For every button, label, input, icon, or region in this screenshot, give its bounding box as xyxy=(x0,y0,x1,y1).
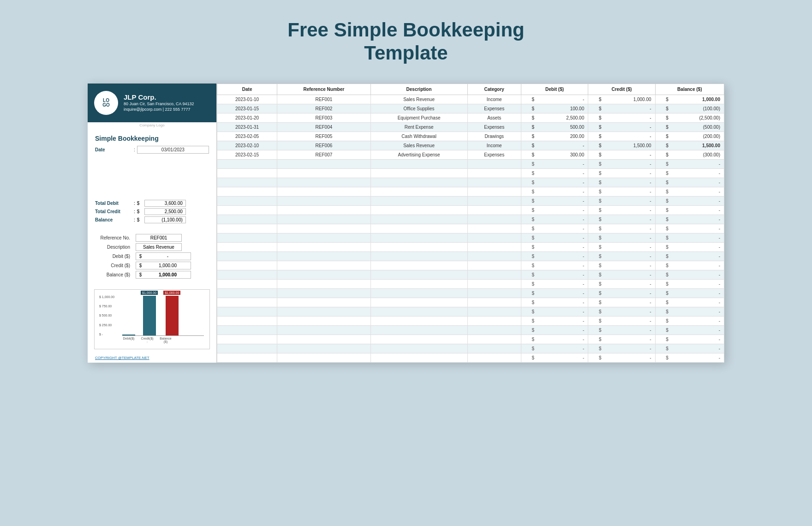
empty-desc xyxy=(370,178,467,187)
cell-balance: 1,500.00 xyxy=(669,141,724,150)
empty-debit-dollar: $ xyxy=(521,279,535,288)
date-label: Date xyxy=(95,147,132,152)
ref-row: Reference No. REF001 xyxy=(95,234,209,242)
cell-debit-dollar: $ xyxy=(521,122,535,132)
empty-balance: - xyxy=(669,168,724,178)
empty-balance-dollar: $ xyxy=(655,298,669,307)
x-label-debit: Debit($) xyxy=(122,337,135,343)
document-container: LO GO JLP Corp. 80 Juan Cir, San Francis… xyxy=(88,84,724,363)
credit-label: Credit ($) xyxy=(95,263,132,268)
empty-date xyxy=(217,242,277,251)
empty-cat xyxy=(467,168,521,178)
empty-cat xyxy=(467,224,521,233)
empty-cat xyxy=(467,215,521,224)
cell-cat: Income xyxy=(467,95,521,104)
cell-credit: - xyxy=(602,150,655,159)
empty-ref xyxy=(277,325,370,335)
empty-debit: - xyxy=(535,344,588,353)
empty-ref xyxy=(277,279,370,288)
balance-value[interactable]: (1,100.00) xyxy=(144,216,186,223)
date-field-row: Date : 03/01/2023 xyxy=(95,146,209,154)
empty-credit-dollar: $ xyxy=(588,242,603,251)
total-credit-row: Total Credit : $ 2,500.00 xyxy=(95,208,209,215)
empty-balance-dollar: $ xyxy=(655,196,669,205)
empty-credit: - xyxy=(602,205,655,215)
credit-dollar: $ xyxy=(136,262,145,269)
empty-balance-dollar: $ xyxy=(655,159,669,168)
empty-ref xyxy=(277,261,370,270)
empty-credit-dollar: $ xyxy=(588,270,603,279)
empty-credit: - xyxy=(602,187,655,196)
chart-section: $ 1,000.00 $ 750.00 $ 500.00 $ 250.00 $ … xyxy=(88,286,216,354)
cell-balance-dollar: $ xyxy=(655,141,669,150)
cell-ref: REF002 xyxy=(277,104,370,113)
empty-debit: - xyxy=(535,307,588,316)
empty-ref xyxy=(277,233,370,242)
cell-debit-dollar: $ xyxy=(521,95,535,104)
balance2-row: Balance ($) $ 1,000.00 xyxy=(95,271,209,279)
total-credit-value[interactable]: 2,500.00 xyxy=(144,208,186,215)
balance2-value[interactable]: 1,000.00 xyxy=(145,271,191,279)
empty-credit: - xyxy=(602,279,655,288)
cell-credit: 1,500.00 xyxy=(602,141,655,150)
empty-desc xyxy=(370,205,467,215)
date-value[interactable]: 03/01/2023 xyxy=(137,146,209,154)
empty-cat xyxy=(467,288,521,298)
empty-credit-dollar: $ xyxy=(588,187,603,196)
debit-value[interactable]: - xyxy=(145,252,191,260)
info-section: Simple Bookkeeping Date : 03/01/2023 xyxy=(88,129,216,196)
cell-cat: Expenses xyxy=(467,122,521,132)
empty-credit-dollar: $ xyxy=(588,298,603,307)
empty-credit-dollar: $ xyxy=(588,325,603,335)
empty-cat xyxy=(467,298,521,307)
empty-balance: - xyxy=(669,353,724,362)
empty-credit: - xyxy=(602,233,655,242)
company-info: JLP Corp. 80 Juan Cir, San Francisco, CA… xyxy=(124,93,194,113)
cell-credit-dollar: $ xyxy=(588,113,603,122)
x-label-balance: Balance ($) xyxy=(159,337,172,343)
empty-balance-dollar: $ xyxy=(655,307,669,316)
total-debit-value[interactable]: 3,600.00 xyxy=(144,200,186,207)
empty-debit: - xyxy=(535,353,588,362)
company-header: LO GO JLP Corp. 80 Juan Cir, San Francis… xyxy=(88,84,216,122)
cell-balance: 1,000.00 xyxy=(669,95,724,104)
empty-date xyxy=(217,307,277,316)
company-contact: inquire@jlpcorp.com | 222 555 7777 xyxy=(124,107,194,113)
cell-credit: - xyxy=(602,122,655,132)
empty-credit-dollar: $ xyxy=(588,224,603,233)
balance2-dollar: $ xyxy=(136,271,145,279)
table-header-row: Date Reference Number Description Catego… xyxy=(217,84,724,95)
empty-credit-dollar: $ xyxy=(588,215,603,224)
credit-value[interactable]: 1,000.00 xyxy=(145,262,191,269)
empty-balance-dollar: $ xyxy=(655,270,669,279)
cell-date: 2023-02-10 xyxy=(217,141,277,150)
empty-date xyxy=(217,205,277,215)
cell-credit: - xyxy=(602,113,655,122)
empty-debit: - xyxy=(535,270,588,279)
section-title: Simple Bookkeeping xyxy=(95,135,209,142)
table-row-empty: $ - $ - $ - xyxy=(217,205,724,215)
empty-credit: - xyxy=(602,270,655,279)
empty-ref xyxy=(277,288,370,298)
empty-cat xyxy=(467,178,521,187)
ref-value[interactable]: REF001 xyxy=(136,234,182,242)
empty-debit-dollar: $ xyxy=(521,288,535,298)
description-value[interactable]: Sales Revenue xyxy=(136,243,182,251)
cell-debit: 2,500.00 xyxy=(535,113,588,122)
empty-balance-dollar: $ xyxy=(655,316,669,325)
empty-credit: - xyxy=(602,353,655,362)
empty-debit-dollar: $ xyxy=(521,316,535,325)
empty-debit-dollar: $ xyxy=(521,242,535,251)
empty-debit-dollar: $ xyxy=(521,261,535,270)
empty-balance-dollar: $ xyxy=(655,353,669,362)
balance2-label: Balance ($) xyxy=(95,272,132,277)
cell-cat: Income xyxy=(467,141,521,150)
cell-debit: 300.00 xyxy=(535,150,588,159)
empty-cat xyxy=(467,261,521,270)
empty-balance-dollar: $ xyxy=(655,233,669,242)
empty-balance-dollar: $ xyxy=(655,279,669,288)
empty-balance: - xyxy=(669,335,724,344)
empty-ref xyxy=(277,205,370,215)
empty-ref xyxy=(277,159,370,168)
table-row: 2023-02-15 REF007 Advertising Expense Ex… xyxy=(217,150,724,159)
